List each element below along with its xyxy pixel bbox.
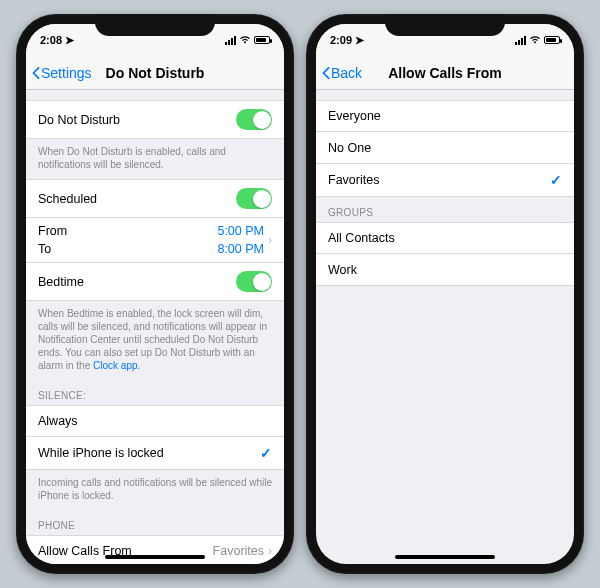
checkmark-icon: ✓	[260, 445, 272, 461]
locked-label: While iPhone is locked	[38, 446, 260, 460]
allow-calls-row[interactable]: Allow Calls From Favorites ›	[26, 535, 284, 564]
option-allcontacts[interactable]: All Contacts	[316, 222, 574, 254]
scheduled-toggle[interactable]	[236, 188, 272, 209]
chevron-left-icon	[322, 67, 330, 79]
from-label: From	[38, 224, 67, 238]
wifi-icon	[529, 34, 541, 46]
back-button[interactable]: Back	[322, 65, 362, 81]
screen-left: 2:08 ➤ Settings Do Not Disturb Do Not Di…	[26, 24, 284, 564]
battery-icon	[544, 36, 560, 44]
phone-header: PHONE	[26, 510, 284, 535]
to-value: 8:00 PM	[217, 242, 264, 256]
checkmark-icon: ✓	[550, 172, 562, 188]
dnd-toggle[interactable]	[236, 109, 272, 130]
notch	[95, 14, 215, 36]
location-icon: ➤	[355, 34, 364, 47]
back-label: Back	[331, 65, 362, 81]
option-label: Everyone	[328, 109, 562, 123]
scheduled-label: Scheduled	[38, 192, 236, 206]
option-everyone[interactable]: Everyone	[316, 100, 574, 132]
clock-app-link[interactable]: Clock app.	[93, 360, 140, 371]
locked-row[interactable]: While iPhone is locked ✓	[26, 437, 284, 470]
dnd-label: Do Not Disturb	[38, 113, 236, 127]
home-indicator[interactable]	[105, 555, 205, 559]
notch	[385, 14, 505, 36]
option-work[interactable]: Work	[316, 254, 574, 286]
bedtime-footer: When Bedtime is enabled, the lock screen…	[26, 301, 284, 380]
chevron-left-icon	[32, 67, 40, 79]
option-favorites[interactable]: Favorites ✓	[316, 164, 574, 197]
status-time: 2:09	[330, 34, 352, 46]
from-value: 5:00 PM	[217, 224, 264, 238]
bedtime-row[interactable]: Bedtime	[26, 263, 284, 301]
option-label: No One	[328, 141, 562, 155]
chevron-right-icon: ›	[268, 544, 272, 558]
dnd-row[interactable]: Do Not Disturb	[26, 100, 284, 139]
always-row[interactable]: Always	[26, 405, 284, 437]
silence-header: SILENCE:	[26, 380, 284, 405]
option-noone[interactable]: No One	[316, 132, 574, 164]
signal-icon	[515, 36, 526, 45]
wifi-icon	[239, 34, 251, 46]
option-label: All Contacts	[328, 231, 562, 245]
content[interactable]: Do Not Disturb When Do Not Disturb is en…	[26, 90, 284, 564]
phone-right: 2:09 ➤ Back Allow Calls From Everyone	[306, 14, 584, 574]
location-icon: ➤	[65, 34, 74, 47]
bedtime-label: Bedtime	[38, 275, 236, 289]
back-button[interactable]: Settings	[32, 65, 92, 81]
to-label: To	[38, 242, 67, 256]
back-label: Settings	[41, 65, 92, 81]
nav-bar: Settings Do Not Disturb	[26, 56, 284, 90]
nav-bar: Back Allow Calls From	[316, 56, 574, 90]
groups-header: GROUPS	[316, 197, 574, 222]
silence-footer: Incoming calls and notifications will be…	[26, 470, 284, 510]
scheduled-row[interactable]: Scheduled	[26, 179, 284, 218]
screen-right: 2:09 ➤ Back Allow Calls From Everyone	[316, 24, 574, 564]
content[interactable]: Everyone No One Favorites ✓ GROUPS All C…	[316, 90, 574, 564]
status-time: 2:08	[40, 34, 62, 46]
battery-icon	[254, 36, 270, 44]
option-label: Favorites	[328, 173, 550, 187]
schedule-time-row[interactable]: From To 5:00 PM 8:00 PM ›	[26, 218, 284, 263]
dnd-footer: When Do Not Disturb is enabled, calls an…	[26, 139, 284, 179]
signal-icon	[225, 36, 236, 45]
bedtime-toggle[interactable]	[236, 271, 272, 292]
always-label: Always	[38, 414, 272, 428]
phone-left: 2:08 ➤ Settings Do Not Disturb Do Not Di…	[16, 14, 294, 574]
option-label: Work	[328, 263, 562, 277]
chevron-right-icon: ›	[268, 233, 272, 247]
allow-calls-value: Favorites	[213, 544, 264, 558]
home-indicator[interactable]	[395, 555, 495, 559]
